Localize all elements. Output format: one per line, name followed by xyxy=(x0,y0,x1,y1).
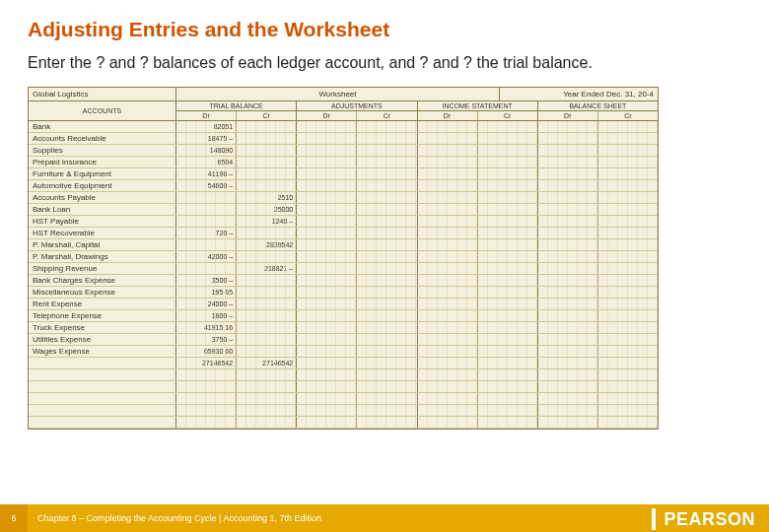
cell xyxy=(297,358,357,368)
cell xyxy=(297,369,357,380)
row-columns: 1800 – xyxy=(176,310,658,321)
cell xyxy=(357,287,417,298)
row-columns: 218821 – xyxy=(176,263,658,274)
cell xyxy=(538,216,598,227)
account-name: Supplies xyxy=(29,145,176,156)
table-row: Automotive Equipment54600 – xyxy=(29,180,658,192)
cell xyxy=(176,393,237,404)
cell xyxy=(478,405,538,416)
cell xyxy=(237,322,297,333)
cell xyxy=(418,393,478,404)
cell xyxy=(357,168,417,179)
cell xyxy=(418,369,478,380)
cell: 25000 xyxy=(237,204,297,215)
cell xyxy=(598,180,658,191)
cell xyxy=(598,381,658,392)
account-name: Prepaid Insurance xyxy=(29,157,176,167)
account-name xyxy=(29,393,176,404)
cell xyxy=(176,239,237,250)
cell xyxy=(478,239,538,250)
cell: 27146542 xyxy=(237,358,297,368)
cell xyxy=(478,358,538,368)
cell xyxy=(297,322,357,333)
row-columns: 2714654227146542 xyxy=(176,358,658,368)
cell xyxy=(598,168,658,179)
account-name: Shipping Revenue xyxy=(29,263,176,274)
row-columns xyxy=(176,369,658,380)
cell xyxy=(297,275,357,286)
cell xyxy=(237,228,297,238)
table-row: Shipping Revenue218821 – xyxy=(29,263,658,275)
row-columns: 2510 xyxy=(176,192,658,203)
cell: 3500 – xyxy=(176,275,237,286)
table-row: Bank82051 xyxy=(29,121,658,133)
row-columns: 6564 xyxy=(176,157,658,167)
cell xyxy=(538,180,598,191)
cell xyxy=(237,251,297,262)
row-columns: 18475 – xyxy=(176,133,658,144)
cell xyxy=(357,369,417,380)
cell xyxy=(538,381,598,392)
cell xyxy=(357,417,417,428)
cell xyxy=(538,168,598,179)
cell: 720 – xyxy=(176,228,237,238)
cell xyxy=(478,216,538,227)
cell xyxy=(598,263,658,274)
cell xyxy=(418,180,478,191)
cell xyxy=(176,369,237,380)
cell xyxy=(297,133,357,144)
cell xyxy=(598,346,658,357)
cell xyxy=(237,369,297,380)
cell xyxy=(237,168,297,179)
table-row: Utilities Expense3750 – xyxy=(29,334,658,346)
cell xyxy=(357,180,417,191)
cell xyxy=(297,180,357,191)
account-name: Truck Expense xyxy=(29,322,176,333)
row-columns: 3500 – xyxy=(176,275,658,286)
cell: 82051 xyxy=(176,121,237,132)
cell xyxy=(297,381,357,392)
cell xyxy=(418,192,478,203)
table-row: Rent Expense24000 – xyxy=(29,299,658,310)
cell xyxy=(598,334,658,345)
table-row: Accounts Receivable18475 – xyxy=(29,133,658,145)
cell xyxy=(598,157,658,167)
cell xyxy=(357,299,417,309)
ws-drcr: Dr xyxy=(538,111,598,120)
cell xyxy=(297,299,357,309)
cell xyxy=(478,417,538,428)
cell xyxy=(297,228,357,238)
cell xyxy=(598,369,658,380)
cell xyxy=(598,275,658,286)
ws-drcr: Cr xyxy=(357,111,417,120)
cell xyxy=(478,381,538,392)
cell xyxy=(478,204,538,215)
footer-bar: 6 Chapter 8 – Completing the Accounting … xyxy=(0,504,769,532)
row-columns: 41196 – xyxy=(176,168,658,179)
row-columns: 2839542 xyxy=(176,239,658,250)
ws-section-row: TRIAL BALANCE ADJUSTMENTS INCOME STATEME… xyxy=(176,101,658,111)
account-name: Bank xyxy=(29,121,176,132)
table-row: P. Marshall, Drawings42000 – xyxy=(29,251,658,263)
cell xyxy=(297,346,357,357)
cell xyxy=(357,204,417,215)
account-name xyxy=(29,405,176,416)
cell: 65930 60 xyxy=(176,346,237,357)
cell xyxy=(418,251,478,262)
row-columns: 82051 xyxy=(176,121,658,132)
cell: 24000 – xyxy=(176,299,237,309)
row-columns: 65930 60 xyxy=(176,346,658,357)
account-name: Rent Expense xyxy=(29,299,176,309)
cell xyxy=(478,263,538,274)
ws-period: Year Ended Dec. 31, 20-4 xyxy=(500,88,658,100)
table-row xyxy=(29,417,658,429)
cell xyxy=(237,121,297,132)
cell xyxy=(598,204,658,215)
cell xyxy=(478,168,538,179)
cell xyxy=(538,145,598,156)
cell xyxy=(357,251,417,262)
brand-text: PEARSON xyxy=(664,509,755,530)
cell xyxy=(237,346,297,357)
cell xyxy=(297,216,357,227)
cell xyxy=(598,251,658,262)
